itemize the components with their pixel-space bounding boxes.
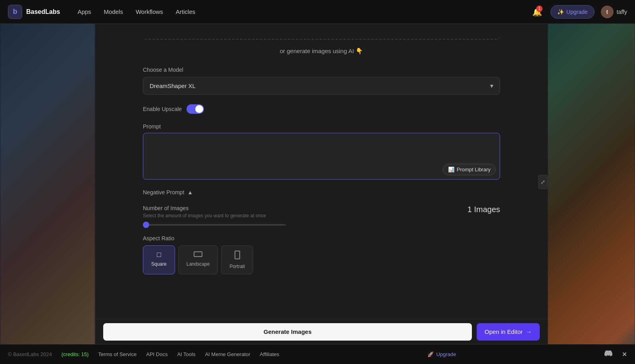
aspect-ratio-section: Aspect Ratio □ Square Landscape Portra <box>143 235 500 274</box>
footer-affiliates[interactable]: Affiliates <box>260 351 279 357</box>
prompt-section: Prompt 📊 Prompt Library <box>143 123 500 180</box>
model-selected-value: DreamShaper XL <box>150 82 196 89</box>
chevron-up-icon: ▲ <box>187 189 193 195</box>
open-editor-label: Open in Editor <box>485 328 523 335</box>
navbar-logo[interactable]: b BasedLabs <box>8 5 60 19</box>
user-avatar: t <box>601 6 614 18</box>
aspect-ratio-label: Aspect Ratio <box>143 235 500 241</box>
svg-rect-0 <box>194 252 202 257</box>
negative-prompt-row[interactable]: Negative Prompt ▲ <box>143 189 500 195</box>
upscale-row: Enable Upscale <box>143 104 500 114</box>
bottom-bar: Generate Images Open in Editor → <box>95 319 548 344</box>
aspect-portrait[interactable]: Portrait <box>221 245 253 274</box>
prompt-label: Prompt <box>143 123 500 130</box>
nav-articles[interactable]: Articles <box>170 5 201 18</box>
toggle-knob <box>195 105 203 113</box>
background-right <box>548 0 635 364</box>
nav-apps[interactable]: Apps <box>72 5 96 18</box>
x-twitter-icon[interactable]: ✕ <box>622 351 627 358</box>
negative-prompt-label: Negative Prompt <box>143 189 184 195</box>
nav-links: Apps Models Workflows Articles <box>72 5 530 18</box>
rocket-icon: 🚀 <box>427 351 434 357</box>
open-editor-button[interactable]: Open in Editor → <box>477 323 540 341</box>
footer-terms[interactable]: Terms of Service <box>98 351 137 357</box>
aspect-landscape[interactable]: Landscape <box>178 245 218 274</box>
model-dropdown[interactable]: DreamShaper XL ▾ <box>143 77 500 95</box>
images-left: Number of Images Select the amount of im… <box>143 205 266 218</box>
footer-ai-meme[interactable]: AI Meme Generator <box>205 351 250 357</box>
notification-button[interactable]: 🔔 1 <box>530 5 544 19</box>
images-slider[interactable] <box>143 224 286 226</box>
nav-right: 🔔 1 ✨ Upgrade t taffy <box>530 5 627 19</box>
upscale-toggle[interactable] <box>187 104 204 114</box>
prompt-library-icon: 📊 <box>448 167 454 172</box>
right-panel-collapse-button[interactable]: ⤢ <box>538 175 548 189</box>
prompt-library-label: Prompt Library <box>457 167 491 172</box>
brand-name: BasedLabs <box>26 8 60 15</box>
upgrade-button[interactable]: ✨ Upgrade <box>550 5 595 19</box>
logo-icon: b <box>8 5 22 19</box>
footer-upgrade-button[interactable]: 🚀 Upgrade <box>427 351 456 357</box>
dashed-divider <box>143 32 500 40</box>
discord-icon[interactable] <box>604 349 612 359</box>
svg-rect-1 <box>235 251 240 259</box>
aspect-square-label: Square <box>151 261 167 267</box>
nav-models[interactable]: Models <box>98 5 129 18</box>
footer-copyright: © BasedLabs 2024 <box>8 351 52 357</box>
upscale-label: Enable Upscale <box>143 106 182 112</box>
images-count-subtitle: Select the amount of images you want to … <box>143 213 266 218</box>
main-content: or generate images using AI 👇 Choose a M… <box>95 24 548 344</box>
navbar: b BasedLabs Apps Models Workflows Articl… <box>0 0 635 24</box>
prompt-textarea-wrapper: 📊 Prompt Library <box>143 133 500 180</box>
landscape-icon <box>194 251 202 259</box>
footer: © BasedLabs 2024 (credits: 15) Terms of … <box>0 344 635 364</box>
model-section: Choose a Model DreamShaper XL ▾ <box>143 67 500 95</box>
user-menu-button[interactable]: t taffy <box>601 6 627 18</box>
notification-badge: 1 <box>536 6 543 12</box>
background-left <box>0 0 95 364</box>
footer-ai-tools[interactable]: AI Tools <box>177 351 195 357</box>
images-section: Number of Images Select the amount of im… <box>143 205 500 226</box>
footer-credits: (credits: 15) <box>62 351 89 357</box>
aspect-landscape-label: Landscape <box>187 261 210 267</box>
images-count-value: 1 Images <box>468 205 500 214</box>
arrow-icon: → <box>526 328 532 335</box>
nav-workflows[interactable]: Workflows <box>130 5 169 18</box>
chevron-down-icon: ▾ <box>490 82 493 90</box>
upgrade-icon: ✨ <box>557 9 564 15</box>
generate-button[interactable]: Generate Images <box>103 323 472 341</box>
portrait-icon <box>235 251 240 261</box>
images-count-label: Number of Images <box>143 205 266 211</box>
or-generate-text: or generate images using AI 👇 <box>143 40 500 67</box>
expand-icon: ⤢ <box>541 179 545 185</box>
prompt-library-button[interactable]: 📊 Prompt Library <box>443 164 496 175</box>
images-header: Number of Images Select the amount of im… <box>143 205 500 218</box>
aspect-options: □ Square Landscape Portrait <box>143 245 500 274</box>
model-label: Choose a Model <box>143 67 500 73</box>
aspect-portrait-label: Portrait <box>229 264 245 269</box>
footer-api-docs[interactable]: API Docs <box>146 351 167 357</box>
user-name: taffy <box>617 9 627 15</box>
aspect-square[interactable]: □ Square <box>143 245 175 274</box>
square-icon: □ <box>157 251 161 259</box>
